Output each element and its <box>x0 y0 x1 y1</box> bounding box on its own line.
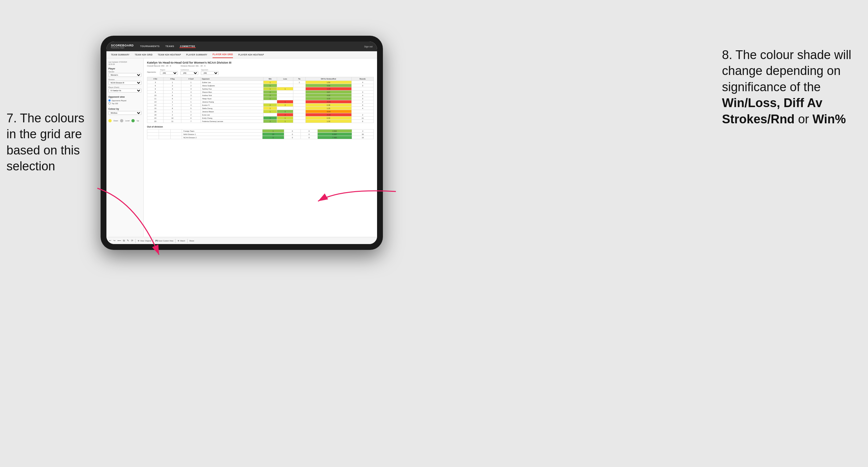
cell-win: 1 <box>263 84 277 87</box>
nav-committee[interactable]: COMMITTEE <box>180 45 196 48</box>
cell-diff: 4.00 <box>305 84 351 87</box>
sign-out-link[interactable]: Sign out <box>364 45 373 48</box>
logo-area: SCOREBOARD Powered by clippd <box>111 44 134 49</box>
nav-bar: SCOREBOARD Powered by clippd TOURNAMENTS… <box>106 41 377 51</box>
cell-conf: 7 <box>181 120 201 123</box>
th-loss: Loss <box>277 77 293 81</box>
cell-rounds: 4 <box>351 94 373 97</box>
cell-tie <box>293 91 306 94</box>
cell-tie <box>293 97 306 100</box>
division-record: Division Record: 331 - 34 - 6 <box>181 65 206 67</box>
legend-dot-level <box>120 119 123 122</box>
ood-table-row: NAIA Division 1 15 0 0 9.267 30 <box>147 133 374 136</box>
cell-diff: -5.00 <box>305 113 351 117</box>
ood-tie: 0 <box>301 133 317 136</box>
save-custom-btn[interactable]: 💾 Save Custom View <box>155 240 173 242</box>
cell-reg: 1 <box>163 91 181 94</box>
step-back-icon[interactable]: ⟵ <box>118 239 121 242</box>
sub-nav-team-summary[interactable]: TEAM SUMMARY <box>111 51 129 58</box>
cell-rounds <box>351 87 373 91</box>
cell-opponent: Andrea York <box>201 94 264 97</box>
sidebar-gender-select[interactable]: Women's <box>108 73 142 77</box>
cell-opponent: Alexis Sudjianto <box>201 84 264 87</box>
table-row: 11 6 2 Heejo Hyun 1 3.33 3 <box>147 97 374 100</box>
th-opponent: Opponent <box>201 77 264 81</box>
cell-loss: 1 <box>277 87 293 91</box>
legend-label-down: Down <box>114 120 118 122</box>
filter-conference-select[interactable]: (All) <box>180 71 198 75</box>
sub-nav-team-h2h-grid[interactable]: TEAM H2H GRID <box>135 51 153 58</box>
cell-conf: 2 <box>181 113 201 117</box>
sidebar-gender-label: Gender <box>108 71 142 73</box>
legend-label-up: Up <box>136 120 139 122</box>
share-btn[interactable]: Share <box>189 240 194 242</box>
cell-diff: -0.94 <box>305 110 351 113</box>
sidebar-radio-top100[interactable]: Top 100 <box>108 102 142 104</box>
watch-btn[interactable]: 👁 Watch <box>178 240 185 242</box>
th-diff: Diff Av Strokes/Rnd <box>305 77 351 81</box>
redo-icon[interactable]: ↪ <box>113 239 116 242</box>
undo-icon[interactable]: ↩ <box>109 239 111 242</box>
sub-nav-player-h2h-heatmap[interactable]: PLAYER H2H HEATMAP <box>238 51 264 58</box>
cell-opponent: Sydney Kuo <box>201 87 264 91</box>
sidebar-division-select[interactable]: NCAA Division III <box>108 81 142 85</box>
main-data-table: # Div # Reg # Conf Opponent Win Loss Tie… <box>147 77 374 123</box>
filter-opponent-select[interactable]: (All) <box>201 71 219 75</box>
filter-conference-label: Conference <box>180 69 198 71</box>
sidebar-opponent-view-title: Opponent view <box>108 96 142 98</box>
cell-opponent: Stella Cheng <box>201 107 264 110</box>
th-win: Win <box>263 77 277 81</box>
view-original-btn[interactable]: 👁 View: Original <box>137 240 151 242</box>
refresh-icon[interactable]: ⟳ <box>131 239 133 242</box>
cell-conf: 3 <box>181 94 201 97</box>
cell-reg: 6 <box>163 94 181 97</box>
cell-reg: 8 <box>163 107 181 110</box>
cell-rounds: 3 <box>351 91 373 94</box>
th-div: # Div <box>147 77 163 81</box>
grid-title: Katelyn Vo Head-to-Head Grid for Women's… <box>147 61 374 64</box>
sub-nav-player-summary[interactable]: PLAYER SUMMARY <box>186 51 207 58</box>
ood-table-row: NCAA Division 2 5 0 0 7.400 10 <box>147 136 374 139</box>
cell-opponent: Federica Domecq Lacroze <box>201 120 264 123</box>
table-row: 3 1 1 Esther Lee 1 1 1.50 4 <box>147 81 374 84</box>
table-row: 16 1 1 Jessica Mason 1 2 -0.94 <box>147 110 374 113</box>
cell-reg: 6 <box>163 97 181 100</box>
cell-diff: -1.00 <box>305 87 351 91</box>
cell-conf: 1 <box>181 110 201 113</box>
sidebar-colour-by-select[interactable]: Win/loss <box>108 111 142 115</box>
toolbar-divider-1 <box>135 239 136 243</box>
legend-row: Down Level Up <box>108 119 142 122</box>
cell-rounds: 2 <box>351 113 373 117</box>
nav-teams[interactable]: TEAMS <box>165 45 175 48</box>
copy-icon[interactable]: ⧉ <box>123 239 125 242</box>
th-conf: # Conf <box>181 77 201 81</box>
nav-tournaments[interactable]: TOURNAMENTS <box>140 45 160 48</box>
cell-diff: -3.00 <box>305 100 351 103</box>
ood-reg <box>159 133 170 136</box>
cell-diff: 1.25 <box>305 107 351 110</box>
table-row: 6 3 3 Sydney Kuo 1 1 -1.00 <box>147 87 374 91</box>
cell-rounds: 3 <box>351 84 373 87</box>
sub-nav-player-h2h-grid[interactable]: PLAYER H2H GRID <box>213 51 233 58</box>
edit-icon[interactable]: ✎ <box>127 239 129 242</box>
sidebar-player-rank-select[interactable]: 8. Katelyn Vo <box>108 89 142 93</box>
cell-reg: 2 <box>163 84 181 87</box>
watch-icon: 👁 <box>178 240 180 242</box>
cell-opponent: Heejo Hyun <box>201 97 264 100</box>
sidebar-radio-opponents-played[interactable]: Opponents Played <box>108 99 142 101</box>
ood-rounds: 2 <box>352 129 373 133</box>
cell-reg: 3 <box>163 87 181 91</box>
cell-tie <box>293 113 306 117</box>
cell-loss: 2 <box>277 103 293 107</box>
ood-div <box>147 133 159 136</box>
cell-opponent: Sharon Mun <box>201 91 264 94</box>
tablet-frame: SCOREBOARD Powered by clippd TOURNAMENTS… <box>101 36 383 250</box>
ood-diff: 9.267 <box>317 133 352 136</box>
sub-nav-team-h2h-heatmap[interactable]: TEAM H2H HEATMAP <box>158 51 181 58</box>
cell-rounds: 6 <box>351 120 373 123</box>
filter-region-select[interactable]: (All) <box>160 71 178 75</box>
filter-row: Opponents: Region (All) Conference (All) <box>147 69 374 75</box>
cell-win <box>263 100 277 103</box>
cell-div: 20 <box>147 117 163 120</box>
table-row: 10 6 3 Andrea York 2 4.00 4 <box>147 94 374 97</box>
